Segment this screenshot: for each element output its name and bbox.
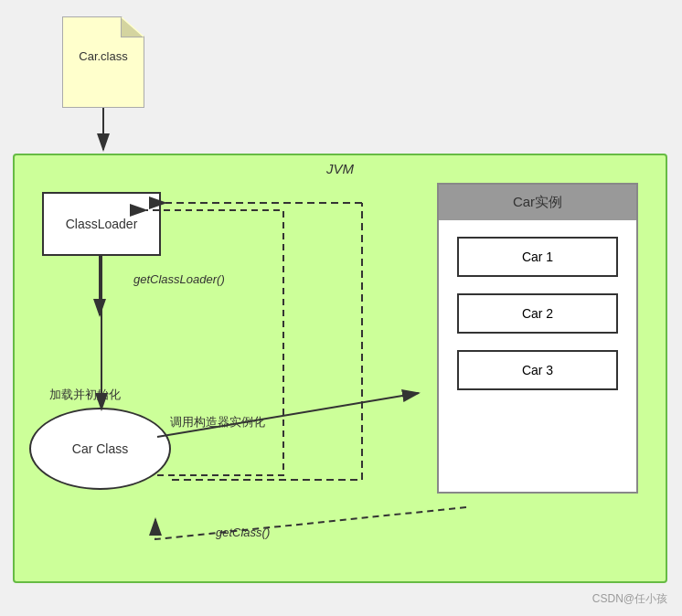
car-class-label: Car Class xyxy=(72,441,128,456)
car-instance-item-2: Car 2 xyxy=(457,293,618,334)
load-init-label: 加载并初始化 xyxy=(49,387,121,403)
car-instance-item-3: Car 3 xyxy=(457,350,618,390)
watermark: CSDN@任小孩 xyxy=(592,591,667,607)
file-icon-corner xyxy=(121,17,144,37)
main-canvas: Car.class JVM ClassLoader Car实例 Car 1 Ca… xyxy=(0,0,682,616)
classloader-box: ClassLoader xyxy=(42,192,161,256)
classloader-label: ClassLoader xyxy=(66,217,138,231)
jvm-container: JVM ClassLoader Car实例 Car 1 Car 2 Car 3 … xyxy=(13,154,667,583)
file-icon-body: Car.class xyxy=(62,16,144,108)
get-class-label: getClass() xyxy=(216,526,270,539)
car-class-oval: Car Class xyxy=(29,408,171,490)
car-instance-header: Car实例 xyxy=(439,185,636,220)
car-instance-panel: Car实例 Car 1 Car 2 Car 3 xyxy=(437,183,638,494)
invoke-constructor-label: 调用构造器实例化 xyxy=(170,414,265,430)
car-instance-item-1: Car 1 xyxy=(457,237,618,277)
jvm-label: JVM xyxy=(326,161,354,176)
car-class-file-icon: Car.class xyxy=(62,16,144,108)
get-classloader-label: getClassLoader() xyxy=(133,272,225,286)
file-icon-label: Car.class xyxy=(63,49,144,63)
